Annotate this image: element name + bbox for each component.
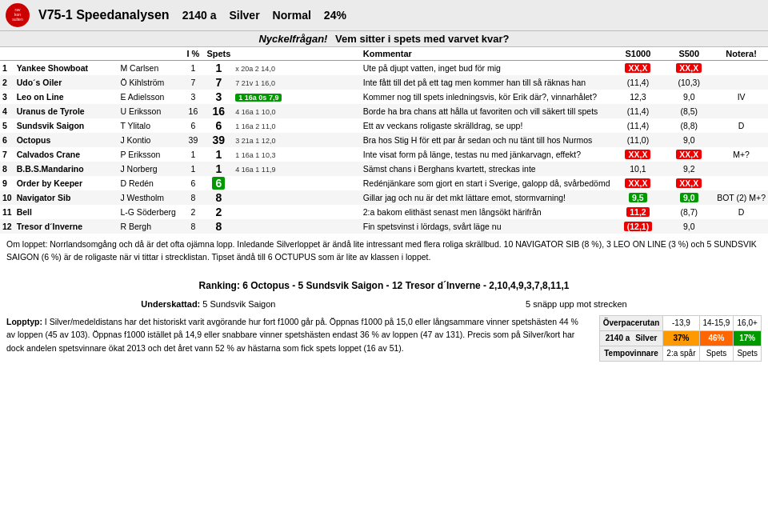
cell-spets: 16	[204, 104, 233, 118]
snapp-label: 5 snäpp upp mot strecken	[526, 299, 627, 309]
cell-spets: 6	[204, 118, 233, 133]
table-row: 12 Tresor d´Inverne R Bergh 8 8 Fin spet…	[0, 219, 768, 234]
cell-comment: Kommer nog till spets inledningsvis, kör…	[361, 90, 613, 104]
cell-driver: J Norberg	[118, 162, 182, 176]
underskattad-value: 5 Sundsvik Saigon	[202, 299, 275, 309]
brt-col2-header: 14-15,9	[699, 315, 734, 330]
col-info-header	[233, 47, 360, 61]
cell-spets: 8	[204, 219, 233, 234]
cell-s1000: (12,1)	[613, 219, 664, 234]
cell-comment: Inte fått till det på ett tag men kommer…	[361, 75, 613, 90]
om-loppet-text: Om loppet: Norrlandsomgång och då är det…	[6, 239, 757, 262]
cell-spets: 6	[204, 176, 233, 190]
cell-ipct: 6	[182, 176, 204, 190]
cell-notera: D	[714, 205, 768, 219]
cell-info: 1 16a 1 10,3	[233, 147, 360, 162]
brt-top-label: Överpacerutan	[599, 315, 663, 330]
cell-comment: Redénjänkare som gjort en start i Sverig…	[361, 176, 613, 190]
col-driver-header	[118, 47, 182, 61]
cell-s500: 9,0	[663, 90, 714, 104]
cell-s500: (8,7)	[663, 205, 714, 219]
cell-info: 4 16a 1 11,9	[233, 162, 360, 176]
table-row: 1 Yankee Showboat M Carlsen 1 1 x 20a 2 …	[0, 61, 768, 76]
cell-driver: J Kontio	[118, 133, 182, 147]
header: rav kon sulten V75-1 Speedanalysen 2140 …	[0, 0, 768, 31]
cell-comment: Bra hos Stig H för ett par år sedan och …	[361, 133, 613, 147]
cell-notera: BOT (2) M+?	[714, 190, 768, 205]
cell-notera	[714, 162, 768, 176]
col-nr-header	[0, 47, 14, 61]
table-row: 6 Octopus J Kontio 39 39 3 21a 1 12,0 Br…	[0, 133, 768, 147]
cell-s500: (8,5)	[663, 104, 714, 118]
cell-info: 7 21v 1 16,0	[233, 75, 360, 90]
cell-info: x 20a 2 14,0	[233, 61, 360, 76]
brt-row2-label: Tempovinnare	[599, 346, 663, 361]
cell-s500: XX,X	[663, 147, 714, 162]
cell-s500: 9,0	[663, 219, 714, 234]
cell-notera	[714, 176, 768, 190]
table-row: 3 Leo on Line E Adielsson 3 3 1 16a 0s 7…	[0, 90, 768, 104]
cell-ipct: 1	[182, 147, 204, 162]
col-comment-header: Kommentar	[361, 47, 613, 61]
cell-notera	[714, 104, 768, 118]
cell-driver: M Carlsen	[118, 61, 182, 76]
question-text: Vem sitter i spets med varvet kvar?	[335, 33, 510, 45]
cell-s500: 9,0	[663, 190, 714, 205]
cell-nr: 2	[0, 75, 14, 90]
cell-comment: Ett av veckans roligaste skrälldrag, se …	[361, 118, 613, 133]
cell-info	[233, 190, 360, 205]
brt-row1-col2: 37%	[663, 330, 699, 346]
logo-icon: rav kon sulten	[5, 2, 30, 28]
cell-nr: 9	[0, 176, 14, 190]
cell-notera	[714, 61, 768, 76]
cell-nr: 3	[0, 90, 14, 104]
lopptyp-text-content: I Silver/medeldistans har det historiskt…	[6, 317, 578, 354]
cell-nr: 12	[0, 219, 14, 234]
cell-s500: XX,X	[663, 61, 714, 76]
race-title: V75-1 Speedanalysen	[38, 8, 170, 22]
col-s500-header: S500	[663, 47, 714, 61]
cell-ipct: 2	[182, 205, 204, 219]
col-name-header	[14, 47, 118, 61]
table-row: 2 Udo´s Oiler Ö Kihlström 7 7 7 21v 1 16…	[0, 75, 768, 90]
brt-row1-col4: 17%	[734, 330, 762, 346]
cell-notera: D	[714, 118, 768, 133]
cell-info: 1 16a 2 11,0	[233, 118, 360, 133]
cell-notera	[714, 75, 768, 90]
cell-driver: P Eriksson	[118, 147, 182, 162]
cell-nr: 1	[0, 61, 14, 76]
table-row: 10 Navigator Sib J Westholm 8 8 Gillar j…	[0, 190, 768, 205]
table-row: 7 Calvados Crane P Eriksson 1 1 1 16a 1 …	[0, 147, 768, 162]
brt-row1-col3: 46%	[699, 330, 734, 346]
cell-ipct: 1	[182, 61, 204, 76]
table-row: 4 Uranus de Tyrole U Eriksson 16 16 4 16…	[0, 104, 768, 118]
cell-driver: R Bergh	[118, 219, 182, 234]
cell-info: 4 16a 1 10,0	[233, 104, 360, 118]
table-row: 9 Order by Keeper D Redén 6 6 Redénjänka…	[0, 176, 768, 190]
race-type: Silver	[229, 9, 259, 22]
brt-col1-header: -13,9	[663, 315, 699, 330]
question-banner: Nyckelfrågan! Vem sitter i spets med var…	[0, 31, 768, 47]
brt-row1: 2140 a Silver 37% 46% 17%	[599, 330, 761, 346]
brt-row2-col1: 2:a spår	[663, 346, 699, 361]
cell-spets: 2	[204, 205, 233, 219]
cell-info	[233, 205, 360, 219]
cell-comment: Gillar jag och nu är det mkt lättare emo…	[361, 190, 613, 205]
cell-s500: XX,X	[663, 176, 714, 190]
race-id: 2140 a	[182, 9, 217, 22]
table-row: 8 B.B.S.Mandarino J Norberg 1 1 4 16a 1 …	[0, 162, 768, 176]
lopptyp-label: Lopptyp:	[6, 317, 42, 326]
cell-spets: 8	[204, 190, 233, 205]
underskattad-block: Underskattad: 5 Sundsvik Saigon	[141, 299, 275, 309]
cell-driver: U Eriksson	[118, 104, 182, 118]
cell-notera	[714, 133, 768, 147]
cell-s1000: 9,5	[613, 190, 664, 205]
cell-ipct: 1	[182, 162, 204, 176]
cell-notera	[714, 219, 768, 234]
cell-spets: 1	[204, 162, 233, 176]
cell-s1000: XX,X	[613, 147, 664, 162]
ranking-line: Ranking: 6 Octopus - 5 Sundsvik Saigon -…	[0, 269, 768, 296]
cell-spets: 3	[204, 90, 233, 104]
cell-nr: 8	[0, 162, 14, 176]
cell-name: Bell	[14, 205, 118, 219]
